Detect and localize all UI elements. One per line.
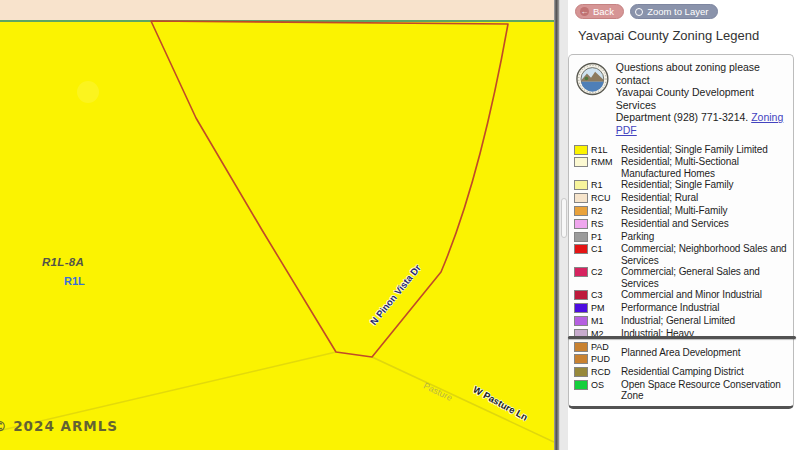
legend-row: RSResidential and Services <box>574 218 792 230</box>
legend-row: R1Residential; Single Family <box>574 179 792 191</box>
legend-title: Yavapai County Zoning Legend <box>578 28 759 43</box>
legend-list: R1LResidential; Single Family LimitedRMM… <box>572 144 792 402</box>
zoom-to-layer-label: Zoom to Layer <box>647 6 708 17</box>
legend-desc: Commercial; General Sales and Services <box>621 266 792 288</box>
legend-desc: Residential; Multi-Sectional Manufacture… <box>621 156 792 178</box>
legend-swatch <box>574 367 588 377</box>
zoom-to-layer-button[interactable]: Zoom to Layer <box>630 4 718 19</box>
parcel-boundary[interactable] <box>151 21 508 357</box>
legend-swatch <box>574 267 588 277</box>
legend-desc: Planned Area Development <box>621 347 792 358</box>
map-terrain-blob <box>77 81 99 103</box>
legend-swatch <box>574 157 588 167</box>
legend-row: RMMResidential; Multi-Sectional Manufact… <box>574 156 792 178</box>
legend-desc: Commercial; Neighborhood Sales and Servi… <box>621 243 792 265</box>
legend-row: OSOpen Space Resource Conservation Zone <box>574 379 792 401</box>
legend-row: PMPerformance Industrial <box>574 302 792 314</box>
legend-desc: Parking <box>621 231 792 242</box>
zoom-circle-icon <box>635 8 643 16</box>
legend-swatch <box>574 316 588 326</box>
legend-swatch <box>574 290 588 300</box>
legend-desc: Residential Camping District <box>621 366 792 377</box>
legend-desc: Residential; Multi-Family <box>621 205 792 216</box>
legend-row: R1LResidential; Single Family Limited <box>574 144 792 156</box>
app-window: R1L-8A R1L N Pinon Vista Dr Pasture W Pa… <box>0 0 800 450</box>
legend-box: Questions about zoning please contact Ya… <box>568 54 794 409</box>
legend-code: RMM <box>591 156 621 168</box>
legend-swatch <box>574 342 588 352</box>
legend-desc: Performance Industrial <box>621 302 792 313</box>
legend-desc: Industrial; General Limited <box>621 315 792 326</box>
legend-desc: Commercial and Minor Industrial <box>621 289 792 300</box>
legend-code: R1 <box>591 179 621 191</box>
zoning-map[interactable]: R1L-8A R1L N Pinon Vista Dr Pasture W Pa… <box>0 0 554 450</box>
county-seal-icon <box>576 61 609 97</box>
legend-code: R2 <box>591 205 621 217</box>
faint-road-pasture <box>372 357 554 442</box>
legend-code: RS <box>591 218 621 230</box>
legend-swatch <box>574 180 588 190</box>
parcel-id-label: R1L-8A <box>42 256 84 268</box>
legend-code: RCD <box>591 366 621 378</box>
toolbar: ← Back Zoom to Layer <box>575 4 718 19</box>
legend-code: C2 <box>591 266 621 278</box>
legend-row: P1Parking <box>574 231 792 243</box>
legend-desc: Residential and Services <box>621 218 792 229</box>
map-vector-layer <box>0 0 554 450</box>
legend-swatch <box>574 193 588 203</box>
legend-swatch <box>574 232 588 242</box>
contact-line2: Yavapai County Development Services <box>616 86 790 111</box>
contact-line1: Questions about zoning please contact <box>616 61 790 86</box>
legend-swatch <box>574 354 588 364</box>
legend-code: P1 <box>591 231 621 243</box>
legend-code: PM <box>591 302 621 314</box>
legend-desc: Residential; Single Family <box>621 179 792 190</box>
legend-swatch <box>574 219 588 229</box>
legend-row: C2Commercial; General Sales and Services <box>574 266 792 288</box>
legend-code: PUD <box>591 353 621 365</box>
scrollbar-track[interactable] <box>559 0 568 450</box>
legend-row: RCDResidential Camping District <box>574 366 792 378</box>
legend-desc: Open Space Resource Conservation Zone <box>621 379 792 401</box>
legend-row: RCUResidential; Rural <box>574 192 792 204</box>
legend-swatch <box>574 244 588 254</box>
legend-row: M1Industrial; General Limited <box>574 315 792 327</box>
legend-panel: ← Back Zoom to Layer Yavapai County Zoni… <box>568 0 800 450</box>
back-arrow-icon: ← <box>580 7 589 16</box>
legend-code: M1 <box>591 315 621 327</box>
panel-divider <box>568 336 796 339</box>
back-button[interactable]: ← Back <box>575 4 624 19</box>
legend-swatch <box>574 145 588 155</box>
zone-code-label: R1L <box>64 275 85 287</box>
legend-row: R2Residential; Multi-Family <box>574 205 792 217</box>
back-button-label: Back <box>593 6 614 17</box>
legend-code: C1 <box>591 243 621 255</box>
contact-line3: Department (928) 771-3214. Zoning PDF <box>616 111 790 136</box>
scrollbar-thumb[interactable] <box>561 198 567 238</box>
legend-code: OS <box>591 379 621 391</box>
legend-swatch <box>574 380 588 390</box>
legend-swatch <box>574 206 588 216</box>
legend-swatch <box>574 303 588 313</box>
legend-desc: Residential; Single Family Limited <box>621 144 792 155</box>
legend-row: PADPlanned Area Development <box>574 341 792 353</box>
contact-section: Questions about zoning please contact Ya… <box>572 61 792 137</box>
legend-row: C3Commercial and Minor Industrial <box>574 289 792 301</box>
legend-code: RCU <box>591 192 621 204</box>
legend-row: C1Commercial; Neighborhood Sales and Ser… <box>574 243 792 265</box>
legend-code: C3 <box>591 289 621 301</box>
legend-code: PAD <box>591 341 621 353</box>
legend-desc: Residential; Rural <box>621 192 792 203</box>
contact-phone: Department (928) 771-3214. <box>616 111 749 123</box>
copyright-watermark: © 2024 ARMLS <box>0 418 118 434</box>
contact-text: Questions about zoning please contact Ya… <box>616 61 790 137</box>
legend-code: R1L <box>591 144 621 156</box>
